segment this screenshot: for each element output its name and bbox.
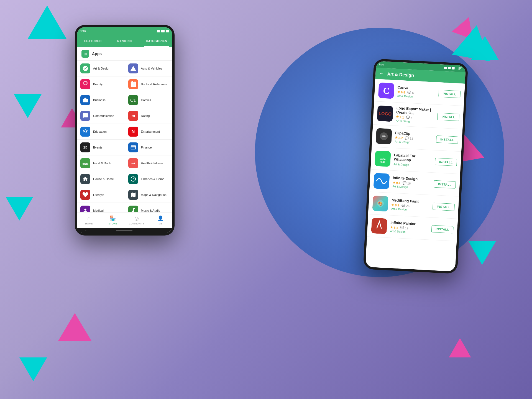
cat-row-3: Business CT Comics — [77, 92, 172, 108]
comics-icon: CT — [128, 95, 138, 105]
health-icon: mi — [128, 158, 138, 168]
cat-row-9: Lifestyle Maps & Navigation — [77, 187, 172, 203]
page-title-p2: Art & Design — [387, 71, 462, 80]
svg-text:CT: CT — [130, 98, 136, 103]
cat-books-label: Books & Reference — [141, 82, 167, 86]
app-item-infinite-painter[interactable]: Infinite Painter ★ 8.1 💬 19 Art & Des — [367, 214, 458, 241]
status-icons-p1 — [157, 30, 169, 32]
cat-health-label: Health & Fitness — [141, 161, 163, 165]
books-icon — [128, 79, 138, 89]
medibang-star: ★ — [391, 203, 394, 207]
app-list[interactable]: C Canva ★ 9.5 💬 63 — [365, 79, 465, 272]
home-pill-p1[interactable] — [116, 230, 132, 231]
cat-health[interactable]: mi Health & Fitness — [125, 155, 173, 171]
logo-comment-icon: 💬 — [406, 116, 410, 119]
auto-vehicles-icon — [128, 63, 138, 73]
flipa-comments: 💬 83 — [405, 136, 413, 140]
medical-icon — [80, 206, 90, 212]
cat-business[interactable]: Business — [77, 92, 125, 108]
cat-comics[interactable]: CT Comics — [125, 92, 173, 108]
cat-libraries[interactable]: Libraries & Demo — [125, 171, 173, 187]
infinite-painter-star: ★ — [390, 226, 393, 229]
cat-row-7: Uber Eats Food & Drink mi Health & Fitne… — [77, 155, 172, 171]
nav-community[interactable]: ◎ COMMUNITY — [125, 213, 149, 228]
cat-art-design-label: Art & Design — [93, 66, 110, 70]
nav-store[interactable]: 🏪 STORE — [101, 213, 125, 228]
canva-install-button[interactable]: INSTALL — [438, 90, 461, 98]
tab-featured[interactable]: FEATURED — [77, 35, 109, 47]
tab-ranking[interactable]: RANKING — [109, 35, 141, 47]
cat-dating[interactable]: m Dating — [125, 108, 173, 124]
canva-comment-icon: 💬 — [407, 91, 411, 94]
cat-entertainment[interactable]: N Entertainment — [125, 124, 173, 139]
cat-events[interactable]: 2D Events — [77, 140, 125, 155]
cat-house[interactable]: House & Home — [77, 171, 125, 187]
cat-food[interactable]: Uber Eats Food & Drink — [77, 155, 125, 171]
status-icons-p2 — [444, 65, 463, 71]
cat-row-2: Beauty Books & Reference — [77, 76, 172, 92]
cat-beauty[interactable]: Beauty — [77, 76, 125, 92]
cat-maps[interactable]: Maps & Navigation — [125, 187, 173, 203]
infinite-install-button[interactable]: INSTALL — [434, 180, 456, 189]
logo-install-button[interactable]: INSTALL — [437, 112, 459, 121]
cat-art-design[interactable]: Art & Design — [77, 61, 125, 76]
cat-auto-vehicles[interactable]: Auto & Vehicles — [125, 61, 173, 76]
infinite-comments: 💬 16 — [403, 181, 411, 185]
back-button-p2[interactable]: ← — [379, 71, 384, 77]
cat-row-10: Medical Music & Audio — [77, 203, 172, 212]
infinite-painter-comment-icon: 💬 — [400, 226, 404, 230]
cat-finance[interactable]: Finance — [125, 140, 173, 155]
svg-text:🎨: 🎨 — [378, 201, 383, 206]
sort-icon[interactable] — [458, 66, 463, 71]
nav-home[interactable]: ⌂ HOME — [77, 213, 101, 228]
cat-lifestyle[interactable]: Lifestyle — [77, 187, 125, 203]
logo-info: Logo Esport Maker | Create G... ★ 9.1 💬 … — [396, 106, 434, 124]
cat-music-label: Music & Audio — [141, 209, 160, 212]
time-p1: 1:16 — [80, 30, 86, 33]
labalabi-install-button[interactable]: INSTALL — [435, 158, 457, 166]
store-icon: 🏪 — [110, 215, 116, 221]
art-design-icon — [80, 63, 90, 73]
cat-medical[interactable]: Medical — [77, 203, 125, 212]
cat-communication[interactable]: Communication — [77, 108, 125, 124]
maps-icon — [128, 190, 138, 200]
section-title: Apps — [92, 52, 102, 56]
battery-p2 — [452, 67, 454, 70]
phones-container: 1:16 FEATURED RANKING CATEGORIES — [0, 0, 532, 399]
medibang-info: MediBang Paint ★ 8.9 💬 26 Art & Desig — [391, 198, 430, 212]
cat-house-label: House & Home — [93, 177, 114, 181]
wifi-icon-p1 — [161, 30, 165, 32]
canva-star: ★ — [397, 90, 400, 94]
flipa-install-button[interactable]: INSTALL — [436, 135, 458, 144]
cat-food-label: Food & Drink — [93, 161, 111, 165]
cat-music[interactable]: Music & Audio — [125, 203, 173, 212]
battery-icon-p1 — [166, 30, 169, 32]
infinite-painter-info: Infinite Painter ★ 8.1 💬 19 Art & Des — [390, 221, 428, 235]
back-chevron-p1[interactable]: < — [85, 229, 87, 232]
medibang-install-button[interactable]: INSTALL — [433, 203, 455, 211]
flipa-comment-icon: 💬 — [405, 136, 409, 140]
cat-auto-vehicles-label: Auto & Vehicles — [141, 66, 162, 70]
nav-me[interactable]: 👤 ME — [149, 213, 172, 228]
home-icon: ⌂ — [88, 216, 91, 221]
labalabi-name: Labalabi For Whatsapp — [394, 153, 432, 163]
cat-lifestyle-label: Lifestyle — [93, 193, 104, 197]
beauty-icon — [80, 79, 90, 89]
me-icon: 👤 — [157, 215, 163, 221]
tab-categories[interactable]: CATEGORIES — [140, 35, 172, 47]
section-icon: ⊞ — [81, 50, 89, 58]
labalabi-category: Art & Design — [393, 163, 431, 168]
infinite-app-icon — [374, 173, 390, 189]
cat-libraries-label: Libraries & Demo — [141, 177, 165, 181]
phone2: 1:16 ← Art & Design C — [363, 59, 468, 274]
category-list[interactable]: Art & Design Auto & Vehicles — [77, 61, 172, 212]
home-bar-p1: < — [77, 228, 172, 233]
canva-comments: 💬 63 — [407, 91, 416, 95]
cat-education[interactable]: Education — [77, 124, 125, 139]
medibang-rating: ★ 8.9 — [391, 203, 399, 207]
cat-books[interactable]: Books & Reference — [125, 76, 173, 92]
infinite-painter-comments: 💬 19 — [400, 226, 408, 230]
infinite-painter-install-button[interactable]: INSTALL — [431, 225, 453, 233]
nav-me-label: ME — [158, 222, 162, 225]
cat-row-1: Art & Design Auto & Vehicles — [77, 61, 172, 76]
